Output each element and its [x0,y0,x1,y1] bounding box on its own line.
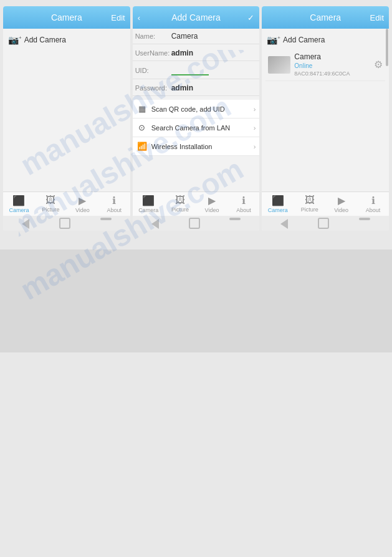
panel-camera-list: Camera Edit 📷+ Add Camera ⬛ Camera 🖼 Pic… [3,6,130,231]
nav-label-about-2: About [236,207,251,213]
panel2-title: Add Camera [171,12,221,22]
camera-settings-icon[interactable]: ⚙ [374,59,383,70]
camera-list-item[interactable]: Camera Online 8AC0:8471:49:6C0CA ⚙ [265,49,385,81]
form-name-value[interactable]: Camera [171,32,257,41]
video-nav-icon-3: ▶ [338,195,345,206]
grey-bottom-section [0,249,392,352]
about-nav-icon-2: ℹ [242,195,246,206]
form-username-row: UserName: admin [133,46,260,61]
nav-video-3[interactable]: ▶ Video [325,195,357,213]
nav-camera-2[interactable]: ⬛ Camera [133,195,165,213]
nav-label-about-1: About [107,207,122,213]
home-button-3[interactable] [318,218,329,229]
panel3-add-camera-label: Add Camera [283,36,325,44]
camera-info-block: Camera Online 8AC0:8471:49:6C0CA [294,52,370,77]
nav-label-camera-1: Camera [9,207,29,213]
panel1-bottom-bar [3,216,130,231]
wireless-install-btn[interactable]: 📶 Wireless Installation › [133,137,260,156]
nav-video-2[interactable]: ▶ Video [196,195,228,213]
camera-item-name: Camera [294,52,370,61]
panel1-edit[interactable]: Edit [111,13,125,22]
video-nav-icon-2: ▶ [208,195,216,206]
form-uid-underline[interactable] [171,65,209,75]
video-nav-icon-1: ▶ [79,195,86,206]
home-button-1[interactable] [59,218,70,229]
form-name-row: Name: Camera [133,29,260,44]
scan-qr-arrow: › [254,105,256,113]
about-nav-icon-3: ℹ [371,195,375,206]
panel1-title: Camera [51,12,82,22]
recents-button-3[interactable] [359,218,370,220]
home-button-2[interactable] [189,218,200,229]
nav-label-about-3: About [366,207,381,213]
nav-picture-3[interactable]: 🖼 Picture [294,195,325,213]
nav-about-3[interactable]: ℹ About [357,195,389,213]
panel2-bottom-bar [133,216,260,231]
recents-button-1[interactable] [100,218,112,220]
nav-camera-3[interactable]: ⬛ Camera [262,195,294,213]
about-nav-icon-1: ℹ [112,195,116,206]
panel2-back[interactable]: ‹ [138,13,140,22]
nav-about-1[interactable]: ℹ About [98,195,130,213]
nav-label-video-2: Video [205,207,219,213]
nav-label-camera-2: Camera [138,207,158,213]
camera-item-status: Online [294,62,370,69]
picture-nav-icon-2: 🖼 [175,195,185,206]
form-name-label: Name: [135,32,171,40]
panel-add-camera: ‹ Add Camera ✓ Name: Camera UserName: ad… [133,6,260,231]
panel3-nav: ⬛ Camera 🖼 Picture ▶ Video ℹ About [262,191,389,216]
camera-nav-icon-2: ⬛ [142,195,155,206]
scan-qr-label: Scan QR code, add UID [151,105,250,113]
wireless-install-arrow: › [254,143,256,150]
recents-button-2[interactable] [229,218,241,220]
nav-label-video-1: Video [75,207,90,213]
nav-label-video-3: Video [334,207,348,213]
camera-item-uid: 8AC0:8471:49:6C0CA [294,70,370,77]
scrollbar-3 [386,29,388,66]
back-button-2[interactable] [151,219,159,229]
panel3-title: Camera [310,12,341,22]
panel3-add-camera-row[interactable]: 📷+ Add Camera [265,32,385,47]
wireless-install-icon: 📶 [136,142,148,151]
search-lan-label: Search Camera from LAN [151,124,250,132]
wireless-install-label: Wireless Installation [151,143,250,150]
camera-nav-icon-1: ⬛ [12,195,25,206]
screenshots-row: Camera Edit 📷+ Add Camera ⬛ Camera 🖼 Pic… [0,0,392,237]
nav-picture-2[interactable]: 🖼 Picture [165,195,196,213]
search-lan-arrow: › [254,124,256,132]
nav-camera-1[interactable]: ⬛ Camera [3,195,35,213]
nav-label-picture-3: Picture [301,206,318,213]
nav-video-1[interactable]: ▶ Video [67,195,98,213]
nav-label-picture-1: Picture [42,206,59,213]
camera-thumb-visual [268,56,290,74]
scan-qr-icon: ▦ [136,104,148,114]
form-password-value[interactable]: admin [171,84,257,92]
panel1-add-camera-row[interactable]: 📷+ Add Camera [7,32,127,47]
form-uid-label: UID: [135,67,171,74]
camera-thumbnail [268,56,290,74]
panel1-header: Camera Edit [3,6,130,29]
scan-qr-btn[interactable]: ▦ Scan QR code, add UID › [133,100,260,119]
panel2-nav: ⬛ Camera 🖼 Picture ▶ Video ℹ About [133,191,260,216]
form-password-row: Password: admin [133,80,260,96]
form-uid-row: UID: [133,62,260,79]
panel1-add-camera-label: Add Camera [24,36,66,44]
search-lan-btn[interactable]: ⊙ Search Camera from LAN › [133,119,260,137]
add-camera-icon: 📷+ [8,35,22,45]
panel1-body: 📷+ Add Camera [3,29,130,191]
panel2-confirm[interactable]: ✓ [247,13,254,22]
form-username-value[interactable]: admin [171,49,257,57]
camera-nav-icon-3: ⬛ [272,195,284,206]
back-button-1[interactable] [22,219,29,229]
panel1-nav: ⬛ Camera 🖼 Picture ▶ Video ℹ About [3,191,130,216]
add-camera-icon-3: 📷+ [267,35,280,45]
panel3-bottom-bar [262,216,389,231]
panel3-body: 📷+ Add Camera Camera Online 8AC0:8471:49… [262,29,389,191]
form-username-label: UserName: [135,49,171,57]
nav-about-2[interactable]: ℹ About [227,195,259,213]
back-button-3[interactable] [280,219,288,229]
panel2-header: ‹ Add Camera ✓ [133,6,260,29]
nav-picture-1[interactable]: 🖼 Picture [35,195,67,213]
panel3-header: Camera Edit [262,6,389,29]
panel3-edit[interactable]: Edit [370,13,384,22]
